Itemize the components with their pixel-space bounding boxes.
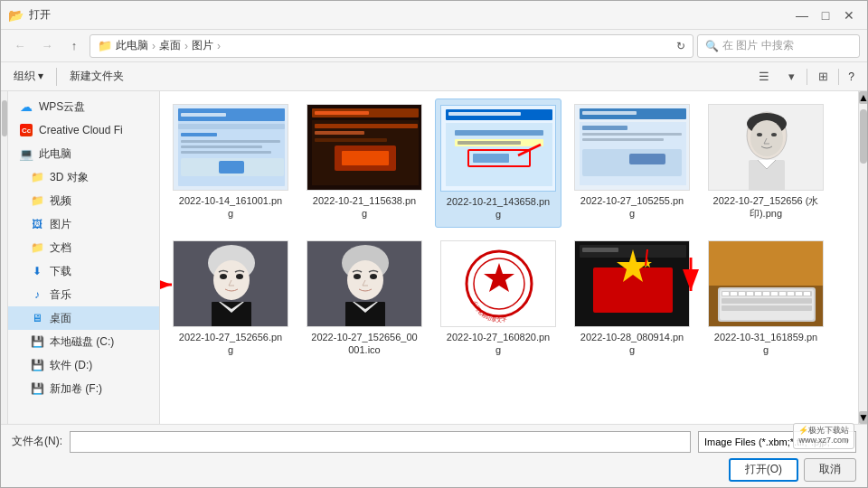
file-item-6[interactable]: 2022-10-27_152656.png [167, 235, 294, 362]
file-item-5[interactable]: 2022-10-27_152656 (水印).png [703, 99, 829, 228]
svg-rect-3 [181, 113, 226, 117]
svg-rect-88 [771, 292, 778, 296]
sidebar-item-desktop[interactable]: 🖥 桌面 [8, 306, 159, 330]
file-item-3[interactable]: 2022-10-21_143658.png [435, 99, 561, 228]
wps-cloud-icon: ☁ [19, 99, 33, 114]
search-box[interactable]: 🔍 在 图片 中搜索 [697, 34, 860, 58]
svg-rect-6 [181, 140, 280, 143]
folder-video-icon: 📁 [30, 193, 44, 208]
view-details-button[interactable]: ⊞ [811, 66, 835, 88]
sidebar-item-wps-cloud[interactable]: ☁ WPS云盘 [8, 95, 159, 118]
forward-button[interactable]: → [35, 34, 59, 58]
dialog-icon: 📂 [8, 8, 24, 23]
sidebar-scroll-thumb [2, 100, 7, 136]
view-controls: ☰ ▾ ⊞ ? [752, 66, 860, 88]
watermark-text1: 极光下载站 [808, 426, 849, 435]
sidebar-videos-label: 视频 [50, 193, 71, 209]
sidebar-item-this-pc[interactable]: 💻 此电脑 [8, 142, 159, 165]
sidebar-item-music[interactable]: ♪ 音乐 [8, 283, 159, 306]
scroll-down-btn[interactable]: ▼ [859, 411, 867, 424]
svg-rect-60 [345, 302, 385, 327]
maximize-button[interactable]: □ [815, 5, 836, 26]
svg-point-43 [757, 133, 762, 136]
file-thumbnail-1 [173, 104, 288, 191]
folder-docs-icon: 📁 [30, 240, 44, 255]
sidebar-pc-label: 此电脑 [39, 146, 71, 162]
sidebar-wps-label: WPS云盘 [39, 99, 85, 115]
sidebar: ☁ WPS云盘 Cc Creative Cloud Fi 💻 此电脑 📁 3D … [8, 91, 160, 424]
sidebar-item-downloads[interactable]: ⬇ 下载 [8, 259, 159, 283]
svg-point-51 [236, 274, 243, 279]
back-button[interactable]: ← [8, 34, 32, 58]
organize-button[interactable]: 组织 ▾ [8, 66, 49, 88]
file-thumbnail-4 [574, 104, 690, 191]
scroll-thumb[interactable] [860, 109, 867, 164]
file-item-1[interactable]: 2022-10-14_161001.png [167, 99, 294, 228]
up-button[interactable]: ↑ [62, 34, 86, 58]
sidebar-item-videos[interactable]: 📁 视频 [8, 189, 159, 212]
main-content: ☁ WPS云盘 Cc Creative Cloud Fi 💻 此电脑 📁 3D … [1, 91, 867, 424]
drive-d-icon: 💾 [30, 358, 44, 372]
drive-c-icon: 💾 [30, 334, 44, 349]
watermark-badge: ⚡极光下载站 www.xz7.com [793, 423, 854, 449]
sidebar-item-creative-cloud[interactable]: Cc Creative Cloud Fi [8, 118, 159, 142]
new-folder-button[interactable]: 新建文件夹 [64, 66, 129, 88]
titlebar: 📂 打开 — □ ✕ [1, 1, 867, 30]
sidebar-item-d-drive[interactable]: 💾 软件 (D:) [8, 353, 159, 377]
thumbnail-svg-8: 公司名称印章文字 [441, 240, 555, 327]
sidebar-item-pictures[interactable]: 🖼 图片 [8, 212, 159, 236]
svg-rect-24 [455, 130, 543, 136]
svg-rect-7 [181, 145, 262, 148]
file-name-3: 2022-10-21_143658.png [447, 195, 550, 221]
svg-rect-4 [178, 124, 285, 129]
file-item-7[interactable]: 2022-10-27_152656_00001.ico [301, 235, 428, 362]
sidebar-scrollbar[interactable] [1, 91, 8, 424]
thumbnail-svg-6 [174, 240, 288, 327]
filename-input[interactable] [70, 431, 691, 453]
sidebar-item-f-drive[interactable]: 💾 新加卷 (F:) [8, 377, 159, 400]
file-thumbnail-2 [307, 104, 422, 191]
cancel-button[interactable]: 取消 [804, 458, 856, 482]
svg-rect-13 [315, 111, 369, 115]
svg-rect-28 [473, 154, 509, 163]
breadcrumb-pc[interactable]: 此电脑 [116, 38, 148, 53]
sidebar-d-label: 软件 (D:) [50, 358, 92, 373]
file-item-10[interactable]: 2022-10-31_161859.png [703, 235, 829, 362]
sidebar-desktop-label: 桌面 [50, 311, 71, 326]
folder-music-icon: ♪ [30, 287, 44, 302]
sidebar-item-documents[interactable]: 📁 文档 [8, 236, 159, 259]
breadcrumb-folder-icon: 📁 [98, 39, 112, 52]
sidebar-item-3d[interactable]: 📁 3D 对象 [8, 165, 159, 189]
file-item-2[interactable]: 2022-10-21_115638.png [301, 99, 428, 228]
watermark-icon: ⚡ [798, 426, 808, 435]
sidebar-cc-label: Creative Cloud Fi [39, 124, 123, 136]
svg-rect-82 [722, 292, 729, 296]
file-item-4[interactable]: 2022-10-27_105255.png [569, 99, 695, 228]
minimize-button[interactable]: — [791, 5, 813, 26]
file-name-9: 2022-10-28_080914.png [580, 331, 684, 357]
svg-rect-19 [342, 151, 389, 165]
file-name-7: 2022-10-27_152656_00001.ico [311, 331, 417, 357]
thumbnail-svg-2 [307, 104, 421, 191]
sidebar-docs-label: 文档 [50, 240, 71, 256]
file-item-8[interactable]: 公司名称印章文字 2022-10-27_160820.png [435, 235, 561, 362]
breadcrumb-desktop[interactable]: 桌面 [159, 38, 181, 53]
svg-rect-36 [582, 138, 664, 141]
breadcrumb-pictures[interactable]: 图片 [192, 38, 213, 53]
file-name-1: 2022-10-14_161001.png [179, 194, 282, 221]
close-button[interactable]: ✕ [838, 5, 860, 26]
svg-point-50 [220, 274, 227, 279]
view-dropdown-button[interactable]: ▾ [779, 66, 803, 88]
file-item-9[interactable]: 2022-10-28_080914.png [569, 235, 695, 362]
view-list-button[interactable]: ☰ [752, 66, 776, 88]
thumbnail-svg-10 [709, 240, 823, 327]
help-button[interactable]: ? [843, 66, 860, 88]
breadcrumb-bar: 📁 此电脑 › 桌面 › 图片 › ↻ [90, 34, 693, 58]
filename-row: 文件名(N): Image Files (*.xbm;*.tif;*.pjp; … [12, 431, 856, 453]
file-thumbnail-3 [440, 105, 556, 192]
sidebar-item-c-drive[interactable]: 💾 本地磁盘 (C:) [8, 330, 159, 353]
file-scrollbar[interactable]: ▲ ▼ [858, 91, 867, 424]
scroll-up-btn[interactable]: ▲ [859, 91, 867, 104]
open-button[interactable]: 打开(O) [729, 458, 798, 482]
refresh-button[interactable]: ↻ [676, 40, 685, 52]
